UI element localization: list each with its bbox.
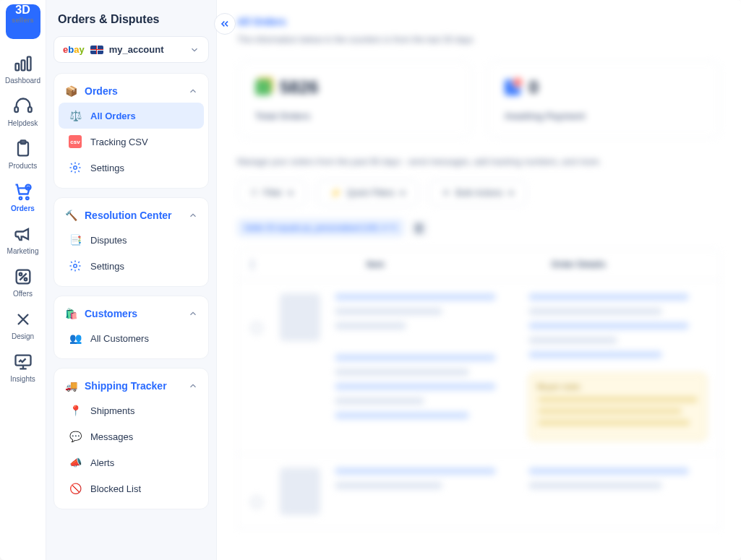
menu-blocked-list[interactable]: 🚫 Blocked List (59, 475, 204, 501)
stat-total-orders[interactable]: 5826 Total Orders (237, 61, 472, 138)
menu-messages[interactable]: 💬 Messages (59, 423, 204, 449)
section-resolution-header[interactable]: 🔨 Resolution Center (59, 205, 204, 227)
table-toolbar: ▽ Filter ▾ ⚡ Quick Filters ▾ ✶ Bulk Acti… (237, 180, 721, 206)
buyer-note: Buyer note: (528, 373, 708, 441)
section-resolution: 🔨 Resolution Center 📑 Disputes Settings (53, 197, 209, 287)
section-title: Orders (85, 85, 181, 97)
filter-tag[interactable]: Seller ID equals ps_personalised (UK) ✕ … (237, 219, 404, 237)
box-icon: 📦 (64, 85, 77, 97)
svg-rect-1 (21, 60, 25, 70)
brand-logo[interactable]: 3D sellers (6, 4, 40, 39)
item-thumbnail (280, 293, 320, 341)
rail-insights[interactable]: Insights (0, 345, 46, 387)
account-name: my_account (109, 44, 184, 55)
menu-label: Shipments (90, 405, 134, 416)
row-checkbox[interactable] (251, 468, 265, 515)
menu-orders-settings[interactable]: Settings (59, 155, 204, 181)
stat-label: Total Orders (255, 111, 454, 121)
stat-awaiting-payment[interactable]: 0 Awaiting Payment (487, 61, 721, 138)
headset-icon (13, 96, 33, 116)
truck-icon: 🚚 (64, 380, 77, 392)
svg-rect-4 (28, 107, 32, 112)
row-checkbox[interactable] (251, 293, 265, 441)
section-customers-header[interactable]: 🛍️ Customers (59, 303, 204, 325)
shopping-bags-icon: 🛍️ (64, 308, 77, 319)
collapse-sidebar-button[interactable] (214, 13, 236, 35)
breadcrumb: All Orders (237, 16, 721, 27)
menu-label: Alerts (90, 457, 114, 468)
rail-design[interactable]: Design (0, 302, 46, 345)
rail-orders[interactable]: Orders (0, 174, 46, 217)
section-orders-header[interactable]: 📦 Orders (59, 81, 204, 103)
menu-all-customers[interactable]: 👥 All Customers (59, 325, 204, 351)
menu-label: Tracking CSV (90, 137, 148, 147)
main-panel: All Orders The information below in the … (217, 0, 741, 560)
rail-label: Orders (11, 204, 35, 212)
chevron-up-icon (188, 210, 198, 220)
uk-flag-icon (90, 46, 103, 54)
button-label: Filter (263, 188, 283, 198)
section-title: Resolution Center (85, 210, 181, 221)
svg-point-11 (19, 273, 22, 276)
note-title: Buyer note: (538, 382, 698, 391)
csv-icon: csv (69, 135, 82, 148)
account-selector[interactable]: ebay my_account (53, 36, 209, 63)
section-shipping: 🚚 Shipping Tracker 📍 Shipments 💬 Message… (53, 368, 209, 509)
gavel-icon: 🔨 (64, 210, 77, 221)
menu-disputes[interactable]: 📑 Disputes (59, 227, 204, 253)
rail-offers[interactable]: Offers (0, 259, 46, 302)
rail-label: Design (12, 332, 34, 340)
rail-marketing[interactable]: Marketing (0, 217, 46, 259)
rail-label: Dashboard (5, 77, 40, 85)
svg-rect-0 (15, 64, 19, 70)
bulk-actions-button[interactable]: ✶ Bulk Actions ▾ (429, 180, 526, 206)
section-title: Shipping Tracker (85, 380, 181, 392)
bar-chart-icon (13, 53, 33, 74)
order-details (528, 468, 708, 515)
table-row[interactable]: Buyer note: (237, 280, 721, 455)
filter-button[interactable]: ▽ Filter ▾ (237, 180, 307, 206)
column-order-details: Order Details (552, 259, 708, 270)
select-all-checkbox[interactable] (251, 259, 265, 270)
table-row[interactable] (237, 455, 721, 529)
rail-label: Insights (10, 375, 35, 383)
menu-label: Blocked List (90, 483, 141, 494)
alert-icon: 📣 (69, 456, 82, 469)
menu-alerts[interactable]: 📣 Alerts (59, 449, 204, 475)
rail-label: Offers (13, 290, 33, 298)
order-details: Buyer note: (528, 293, 708, 441)
menu-all-orders[interactable]: ⚖️ All Orders (59, 103, 204, 129)
stat-value: 0 (529, 77, 539, 98)
rail-helpdesk[interactable]: Helpdesk (0, 89, 46, 132)
menu-resolution-settings[interactable]: Settings (59, 253, 204, 279)
document-icon: 📑 (69, 233, 82, 246)
menu-label: Disputes (90, 235, 127, 246)
rail-products[interactable]: Products (0, 132, 46, 174)
svg-point-7 (19, 197, 22, 200)
rail-label: Marketing (7, 247, 39, 255)
table-header: Item Order Details (237, 249, 721, 280)
svg-point-8 (26, 197, 29, 200)
section-title: Customers (85, 308, 181, 319)
scale-icon: ⚖️ (69, 109, 82, 122)
chevron-down-icon (189, 45, 200, 55)
clipboard-icon (13, 139, 33, 159)
svg-point-14 (74, 166, 77, 170)
cart-icon (13, 181, 33, 202)
quick-filters-button[interactable]: ⚡ Quick Filters ▾ (317, 180, 419, 206)
clear-filters-button[interactable]: 🗑 (411, 220, 427, 236)
rail-dashboard[interactable]: Dashboard (0, 46, 46, 89)
active-filters: Seller ID equals ps_personalised (UK) ✕ … (237, 219, 721, 237)
chat-icon: 💬 (69, 430, 82, 443)
menu-shipments[interactable]: 📍 Shipments (59, 397, 204, 423)
page-description: Manage your orders from the past 90 days… (237, 157, 721, 167)
section-shipping-header[interactable]: 🚚 Shipping Tracker (59, 376, 204, 397)
main-blurred-content: All Orders The information below in the … (217, 0, 741, 545)
ebay-logo: ebay (63, 44, 85, 55)
chevron-up-icon (188, 86, 198, 96)
menu-tracking-csv[interactable]: csv Tracking CSV (59, 129, 204, 155)
button-label: Quick Filters (347, 188, 395, 198)
page-title: Orders & Disputes (53, 10, 209, 36)
svg-rect-3 (14, 107, 18, 112)
percent-icon (13, 267, 33, 287)
